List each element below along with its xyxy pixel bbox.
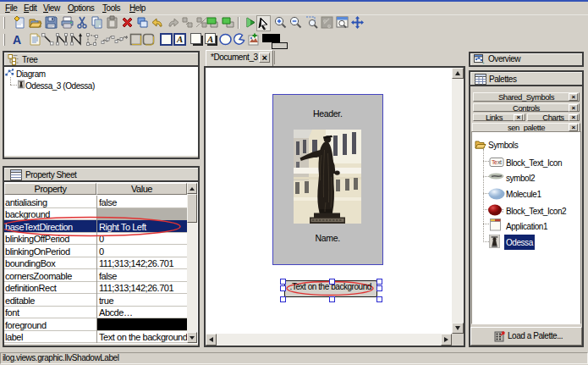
svg-text:A: A xyxy=(206,34,213,44)
svg-text:A: A xyxy=(176,34,183,44)
svg-text:xt: xt xyxy=(497,159,502,165)
svg-text:Te: Te xyxy=(492,159,497,165)
